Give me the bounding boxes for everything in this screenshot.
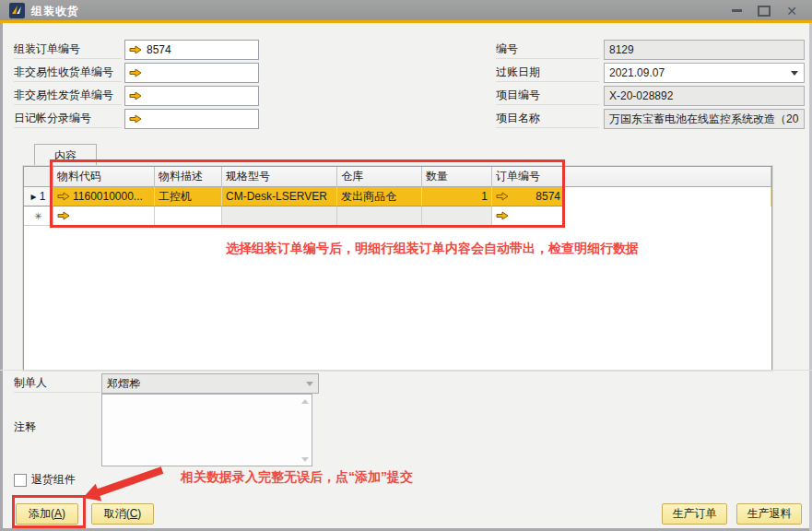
column-header-item-desc[interactable]: 物料描述 <box>155 167 222 187</box>
minimize-icon <box>732 9 742 12</box>
add-button[interactable]: 添加(A) <box>16 503 78 525</box>
row-number: 1 <box>40 190 46 203</box>
link-arrow-icon[interactable] <box>496 211 509 220</box>
order-no-value: 8574 <box>535 190 560 203</box>
remarks-label: 注释 <box>14 418 100 436</box>
cell-spec[interactable]: CM-Desk-LSERVER <box>222 187 337 206</box>
new-cell-warehouse <box>337 206 422 226</box>
maximize-button[interactable] <box>753 3 775 18</box>
detail-grid: 物料代码 物料描述 规格型号 仓库 数量 订单编号 ▸ 1 1160010000… <box>23 166 772 371</box>
divider <box>0 370 812 371</box>
link-arrow-icon[interactable] <box>129 114 142 124</box>
cell-warehouse[interactable]: 发出商品仓 <box>337 187 422 206</box>
cell-filler <box>565 187 771 206</box>
project-number-field: X-20-028892 <box>604 86 805 106</box>
column-header-order-no[interactable]: 订单编号 <box>492 167 565 187</box>
link-arrow-icon[interactable] <box>129 91 142 100</box>
new-row: ✳ <box>24 206 771 226</box>
project-name-label: 项目名称 <box>496 109 599 128</box>
new-row-indicator[interactable]: ✳ <box>24 206 53 226</box>
project-name-value: 万国东宝蓄电池在线监控系统改造（20 <box>609 112 798 127</box>
scroll-down-icon[interactable] <box>301 457 309 462</box>
assembly-order-number-value: 8574 <box>147 43 171 56</box>
assembly-order-number-label: 组装订单编号 <box>14 40 122 59</box>
assembly-order-number-input[interactable]: 8574 <box>124 40 259 60</box>
column-header-item-code[interactable]: 物料代码 <box>53 167 155 187</box>
new-cell-spec <box>222 206 337 226</box>
new-cell-item-desc[interactable] <box>155 206 222 226</box>
nontrade-delivery-number-input[interactable] <box>124 86 259 106</box>
project-number-value: X-20-028892 <box>609 89 673 102</box>
column-header-warehouse[interactable]: 仓库 <box>337 167 422 187</box>
posting-date-label: 过账日期 <box>496 63 599 82</box>
column-header-qty[interactable]: 数量 <box>422 167 492 187</box>
creator-value: 郑熠桦 <box>107 376 140 392</box>
nontrade-receipt-number-input[interactable] <box>124 63 259 83</box>
tab-contents[interactable]: 内容 <box>34 144 97 168</box>
cell-order-no[interactable]: 8574 <box>492 187 565 206</box>
table-row: ▸ 1 1160010000... 工控机 CM-Desk-LSERVER 发出… <box>24 187 771 206</box>
scroll-up-icon[interactable] <box>301 399 309 404</box>
production-return-button[interactable]: 生产退料 <box>736 503 802 525</box>
row-indicator[interactable]: ▸ 1 <box>24 187 53 206</box>
row-indicator-header <box>24 167 53 187</box>
doc-number-value: 8129 <box>609 43 634 56</box>
remarks-textarea[interactable] <box>101 394 312 466</box>
doc-number-field: 8129 <box>604 40 805 60</box>
return-components-checkbox[interactable] <box>14 474 27 487</box>
journal-entry-number-label: 日记帐分录编号 <box>14 109 122 128</box>
annotation-detail-note: 选择组装订单编号后，明细行组装订单内容会自动带出，检查明细行数据 <box>226 241 639 257</box>
minimize-button[interactable] <box>725 3 747 18</box>
link-arrow-icon[interactable] <box>496 192 509 201</box>
titlebar-accent-line <box>0 20 812 23</box>
cell-item-code[interactable]: 1160010000... <box>53 187 155 206</box>
cancel-button-label: 取消( <box>104 507 130 520</box>
doc-number-label: 编号 <box>496 40 599 59</box>
new-row-marker: ✳ <box>34 211 41 221</box>
posting-date-select[interactable]: 2021.09.07 <box>604 63 805 83</box>
nontrade-receipt-number-label: 非交易性收货单编号 <box>14 63 122 82</box>
link-arrow-icon[interactable] <box>57 211 70 220</box>
new-cell-qty <box>422 206 492 226</box>
cell-qty[interactable]: 1 <box>422 187 492 206</box>
close-button[interactable]: ✕ <box>781 3 803 18</box>
nontrade-delivery-number-label: 非交易性发货单编号 <box>14 86 122 105</box>
cancel-button[interactable]: 取消(C) <box>91 503 154 525</box>
link-arrow-icon[interactable] <box>57 192 70 201</box>
project-name-field: 万国东宝蓄电池在线监控系统改造（20 <box>604 109 805 129</box>
link-arrow-icon[interactable] <box>129 68 142 77</box>
production-order-button[interactable]: 生产订单 <box>662 503 727 525</box>
cell-filler <box>565 206 771 226</box>
posting-date-value: 2021.09.07 <box>609 66 665 79</box>
row-pointer-icon: ▸ <box>30 190 36 203</box>
journal-entry-number-input[interactable] <box>124 109 259 129</box>
return-components-label: 退货组件 <box>31 472 76 488</box>
link-arrow-icon[interactable] <box>129 45 142 54</box>
grid-header-row: 物料代码 物料描述 规格型号 仓库 数量 订单编号 <box>24 167 771 187</box>
chevron-down-icon <box>306 382 313 386</box>
cell-item-desc[interactable]: 工控机 <box>155 187 222 206</box>
creator-label: 制单人 <box>14 373 100 393</box>
creator-select[interactable]: 郑熠桦 <box>101 373 319 394</box>
new-cell-item-code[interactable] <box>53 206 155 226</box>
column-header-filler <box>565 167 771 187</box>
titlebar[interactable]: 组装收货 ✕ <box>0 0 812 20</box>
app-icon <box>9 3 25 18</box>
annotation-submit-note: 相关数据录入完整无误后，点“添加”提交 <box>181 469 413 486</box>
chevron-down-icon[interactable] <box>791 71 798 76</box>
assembly-receipt-window: 组装收货 ✕ 组装订单编号 8574 非交易性收货单编号 非交易性发货单编号 日… <box>0 0 812 531</box>
maximize-icon <box>758 6 771 17</box>
close-icon: ✕ <box>786 5 797 18</box>
window-title: 组装收货 <box>31 4 79 19</box>
project-number-label: 项目编号 <box>496 86 599 105</box>
new-cell-order-no[interactable] <box>492 206 565 226</box>
item-code-value: 1160010000... <box>73 190 143 203</box>
add-button-label: 添加( <box>29 507 54 520</box>
add-button-mnemonic: A <box>54 507 62 520</box>
column-header-spec[interactable]: 规格型号 <box>222 167 337 187</box>
